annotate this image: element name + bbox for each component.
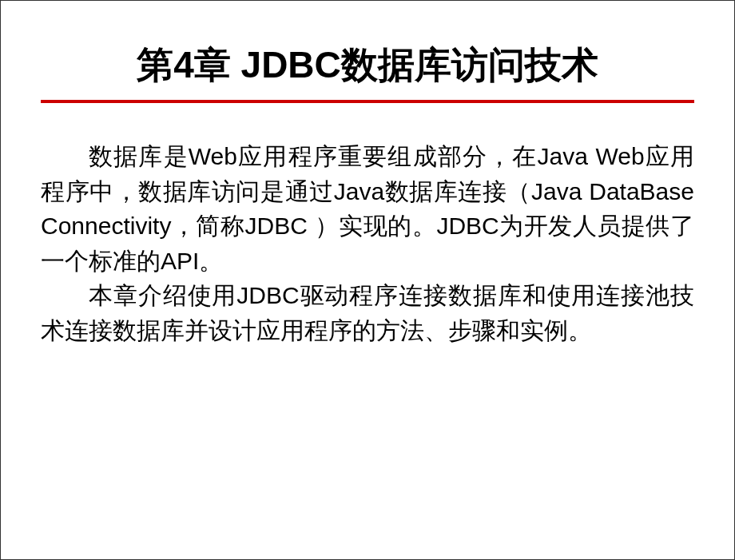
paragraph-1: 数据库是Web应用程序重要组成部分，在Java Web应用程序中，数据库访问是通… xyxy=(41,139,694,278)
title-underline xyxy=(41,100,694,103)
slide-body: 数据库是Web应用程序重要组成部分，在Java Web应用程序中，数据库访问是通… xyxy=(41,139,694,348)
slide-title: 第4章 JDBC数据库访问技术 xyxy=(41,41,694,90)
paragraph-2: 本章介绍使用JDBC驱动程序连接数据库和使用连接池技术连接数据库并设计应用程序的… xyxy=(41,278,694,348)
slide-container: 第4章 JDBC数据库访问技术 数据库是Web应用程序重要组成部分，在Java … xyxy=(1,1,734,559)
